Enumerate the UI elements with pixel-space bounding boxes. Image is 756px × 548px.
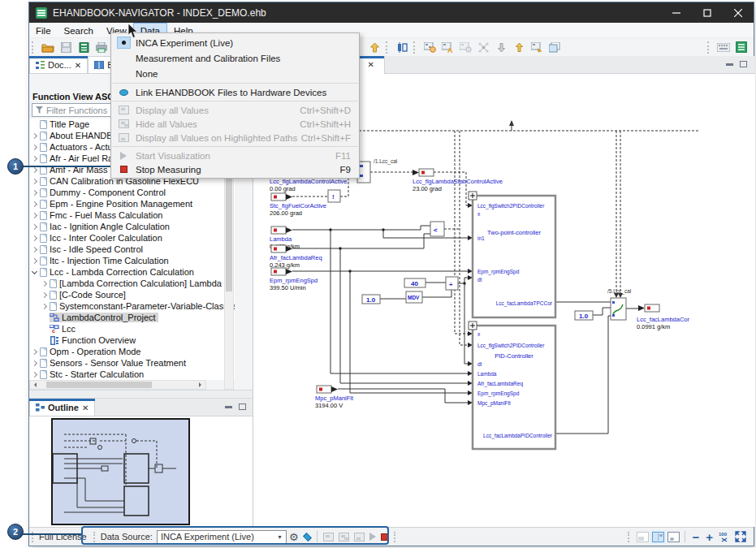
zoom-out-icon[interactable]: − (692, 531, 699, 543)
menu-item-none[interactable]: None (111, 66, 359, 81)
menu-item-display-all-values[interactable]: Display all ValuesCtrl+Shift+D (111, 103, 359, 117)
not-block[interactable]: ! (328, 190, 340, 202)
svg-text:Two-point-controller: Two-point-controller (487, 229, 541, 236)
menu-item-start-visualization[interactable]: Start VisualizationF11 (111, 149, 359, 162)
doc-icon (50, 291, 57, 300)
documentation-icon[interactable] (76, 40, 92, 55)
layout-split-icon[interactable] (652, 532, 664, 542)
maximize-panel-icon[interactable] (740, 61, 747, 67)
panel-divider[interactable] (29, 390, 253, 399)
tree-item[interactable]: Iac - Ignition Angle Calculation (29, 221, 235, 232)
diagram-search-icon[interactable] (421, 40, 438, 55)
menu-separator (112, 146, 358, 147)
diagram-font-icon[interactable]: A (439, 40, 456, 55)
callout-1-line (23, 166, 110, 167)
tab-outline[interactable]: Outline ✕ (29, 399, 95, 416)
divide-block[interactable]: ÷ (446, 277, 458, 290)
outline-thumbnail[interactable] (51, 418, 190, 525)
print-icon[interactable] (93, 40, 110, 55)
tree-item-lcc[interactable]: Lcc - Lambda Correction Calculation (29, 266, 235, 278)
diagram-export-icon[interactable] (529, 40, 545, 55)
doc-icon (40, 245, 47, 254)
tree-item[interactable]: Opm - Operation Mode (29, 346, 235, 357)
menu-item-hide-all-values[interactable]: Hide all ValuesCtrl+Shift+H (111, 117, 359, 131)
menu-item-stop-measuring[interactable]: Stop MeasuringF9 (111, 162, 359, 176)
keyboard-icon[interactable] (715, 40, 732, 55)
horizontal-scrollbar[interactable] (29, 380, 206, 390)
callout-1-badge: 1 (7, 158, 24, 175)
minimize-panel-icon[interactable] (225, 406, 232, 408)
const-1b-block[interactable]: 1.0 (575, 311, 593, 320)
tree-item[interactable]: Itc - Injection Time Calculation (29, 255, 235, 266)
svg-text:399.50 U/min: 399.50 U/min (270, 284, 306, 291)
svg-text:!: ! (332, 193, 335, 201)
tree-item[interactable]: Fmc - Fuel Mass Calculation (29, 209, 235, 221)
pid-controller-block[interactable]: x Lcc_flgSwitch2PIDController PID-Contro… (469, 321, 555, 449)
arrow-up-icon[interactable] (511, 40, 527, 55)
zoom-in-icon[interactable]: + (706, 531, 713, 543)
open-file-icon[interactable] (40, 40, 56, 55)
navigate-up-icon[interactable] (366, 40, 382, 55)
outline-tabstrip: Outline ✕ (29, 399, 253, 416)
tab-label: Doc... (48, 60, 71, 70)
zoom-100-icon[interactable]: 100 (719, 531, 730, 542)
switch-block[interactable] (611, 298, 626, 320)
diagram-gray-icon[interactable] (457, 40, 473, 55)
tree-item[interactable]: Dummy - Component Control (29, 187, 235, 198)
doc-icon (50, 279, 57, 288)
tree-item-selected[interactable]: LambdaControl_Project (29, 312, 235, 323)
tree-item[interactable]: Isc - Idle Speed Control (29, 244, 235, 255)
mdv-block[interactable]: MDV (406, 291, 422, 303)
save-icon[interactable] (58, 40, 74, 55)
svg-text:Stc_flgFuelCorActive: Stc_flgFuelCorActive (270, 202, 326, 209)
diagram-icon (50, 313, 59, 321)
svg-text:1.0: 1.0 (579, 313, 589, 320)
menu-item-inca-experiment[interactable]: INCA Experiment (Live) (111, 35, 359, 50)
tree-item[interactable]: [C-Code Source] (29, 289, 235, 300)
layout-single-icon[interactable] (637, 532, 649, 542)
menu-item-measurement-files[interactable]: Measurement and Calibration Files (111, 50, 359, 66)
minimize-icon[interactable] (661, 2, 692, 23)
ehandbook-logo-icon[interactable] (733, 40, 750, 55)
tab-documents[interactable]: Doc... ✕ (29, 56, 88, 73)
menu-item-display-highlighted[interactable]: Display all Values on Highlighted PathsC… (111, 131, 359, 145)
const-1-block[interactable]: 1.0 (362, 295, 380, 304)
connections-icon[interactable] (475, 40, 491, 55)
less-than-block[interactable]: < (430, 222, 444, 236)
doc-icon (40, 234, 47, 243)
svg-text:c: c (52, 328, 55, 333)
signal-lcc-flgLambdaStabControlActive[interactable]: /1.Lcc_cal Lcc_flgLambdaStabControlActiv… (374, 158, 503, 192)
doc-icon (40, 132, 47, 140)
import-config-icon[interactable] (394, 40, 410, 55)
close-icon[interactable] (723, 2, 754, 23)
tree-item[interactable]: c Lcc (29, 323, 235, 334)
maximize-panel-icon[interactable] (239, 403, 246, 410)
copy-view-icon[interactable] (546, 40, 563, 55)
tree-item[interactable]: Stc - Starter Calculation (29, 369, 235, 380)
tab-close-icon[interactable]: ✕ (75, 61, 81, 70)
const-40-block[interactable]: 40 (404, 278, 426, 287)
fit-screen-icon[interactable] (735, 531, 746, 542)
menu-file[interactable]: File (29, 23, 58, 37)
tree-item[interactable]: Icc - Inter Cooler Calculation (29, 232, 235, 244)
maximize-icon[interactable] (692, 2, 723, 23)
menu-search[interactable]: Search (58, 23, 100, 37)
svg-text:3194.00 V: 3194.00 V (315, 402, 343, 409)
layout-detail-icon[interactable] (667, 532, 680, 542)
arrow-down-icon[interactable] (493, 40, 509, 55)
tab-close-icon[interactable]: ✕ (82, 403, 89, 412)
two-point-controller-block[interactable]: Lcc_flgSwitch2PIDController x Two-point-… (469, 192, 555, 317)
minimize-panel-icon[interactable] (726, 63, 733, 66)
svg-text:Epm_rpmEngSpd: Epm_rpmEngSpd (270, 277, 318, 284)
menu-item-link-ehandbook[interactable]: Link EHANDBOOK Files to Hardware Devices (111, 85, 359, 99)
svg-text:Epm_rpmEngSpd: Epm_rpmEngSpd (477, 391, 520, 397)
tree-item[interactable]: Epm - Engine Position Management (29, 198, 235, 209)
svg-text:Lambda: Lambda (270, 235, 292, 243)
tree-item[interactable]: [Lambda Correction Calculation] Lambda (29, 278, 235, 289)
tree-item[interactable]: Sensors - Sensor Value Treatment (29, 357, 235, 369)
scrollbar-thumb[interactable] (46, 382, 152, 388)
book-icon (94, 61, 104, 70)
tree-item[interactable]: Function Overview (29, 334, 235, 346)
tab-close-icon[interactable]: ✕ (368, 60, 374, 69)
tree-item[interactable]: Systemconstant-Parameter-Variable-Classe… (29, 300, 235, 312)
